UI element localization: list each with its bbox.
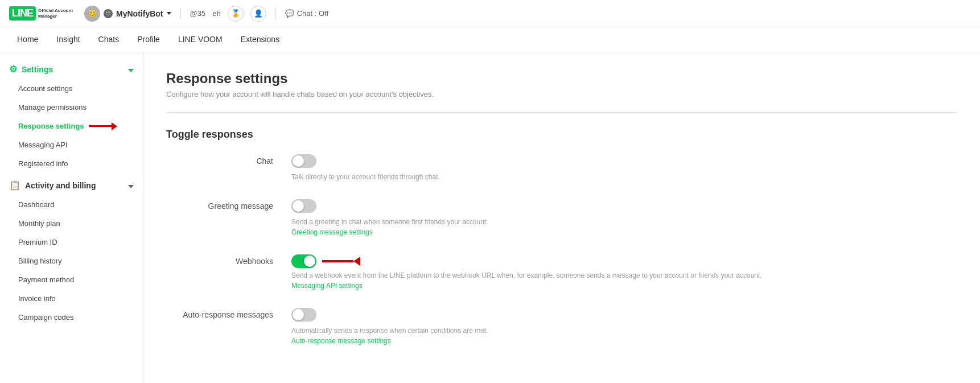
sidebar-item-billing-history[interactable]: Billing history xyxy=(0,252,143,270)
logo-line-text: LINE xyxy=(9,6,36,20)
nav-profile[interactable]: Profile xyxy=(129,29,168,51)
user-icon[interactable]: 👤 xyxy=(250,6,266,22)
settings-section-header[interactable]: ⚙ Settings xyxy=(0,59,143,79)
webhooks-red-arrow xyxy=(322,257,360,266)
gear-icon: ⚙ xyxy=(9,64,17,75)
divider-1 xyxy=(180,8,181,19)
account-selector[interactable]: 😊 🛡 MyNotifyBot xyxy=(84,6,171,22)
chat-status-label: Chat : Off xyxy=(297,9,328,18)
toggle-link-webhooks[interactable]: Messaging API settings xyxy=(291,282,957,290)
plan-icon[interactable]: 🏅 xyxy=(228,6,244,22)
toggle-label-autoresponse: Auto-response messages xyxy=(166,308,291,319)
toggle-row-autoresponse: Auto-response messages Automatically sen… xyxy=(166,308,957,345)
toggle-track-webhooks[interactable] xyxy=(291,254,316,268)
chevron-down-icon xyxy=(167,12,171,15)
nav-bar: Home Insight Chats Profile LINE VOOM Ext… xyxy=(0,27,980,52)
account-name: MyNotifyBot xyxy=(116,9,163,18)
shield-badge: 🛡 xyxy=(104,9,113,18)
toggle-label-webhooks: Webhooks xyxy=(166,254,291,266)
toggle-thumb-greeting xyxy=(293,200,304,212)
account-stat2: eh xyxy=(212,9,220,18)
sidebar-item-payment-method[interactable]: Payment method xyxy=(0,270,143,289)
billing-icon: 📋 xyxy=(9,180,20,191)
sidebar-item-invoice-info[interactable]: Invoice info xyxy=(0,289,143,308)
page-subtitle: Configure how your account will handle c… xyxy=(166,90,957,98)
toggle-content-autoresponse: Automatically sends a response when cert… xyxy=(291,308,957,345)
toggle-content-webhooks: Send a webhook event from the LINE platf… xyxy=(291,254,957,290)
logo: LINE Official Account Manager xyxy=(9,6,73,20)
sidebar-item-monthly-plan[interactable]: Monthly plan xyxy=(0,214,143,233)
nav-extensions[interactable]: Extensions xyxy=(233,29,287,51)
toggle-with-arrow-webhooks xyxy=(291,254,957,268)
nav-home[interactable]: Home xyxy=(9,29,46,51)
toggle-desc-webhooks: Send a webhook event from the LINE platf… xyxy=(291,271,957,279)
sidebar-item-dashboard[interactable]: Dashboard xyxy=(0,195,143,214)
section-title: Toggle responses xyxy=(166,129,957,141)
sidebar-item-manage-permissions[interactable]: Manage permissions xyxy=(0,98,143,117)
nav-insight[interactable]: Insight xyxy=(48,29,88,51)
settings-label: Settings xyxy=(22,65,123,74)
toggle-thumb-autoresponse xyxy=(293,309,304,320)
sidebar: ⚙ Settings Account settings Manage permi… xyxy=(0,52,143,383)
toggle-thumb-webhooks xyxy=(304,256,315,267)
toggle-link-autoresponse[interactable]: Auto-response message settings xyxy=(291,337,957,345)
toggle-track-chat[interactable] xyxy=(291,154,316,168)
settings-expand-icon xyxy=(128,65,134,74)
toggle-row-chat: Chat Talk directly to your account frien… xyxy=(166,154,957,181)
sidebar-item-premium-id[interactable]: Premium ID xyxy=(0,233,143,252)
divider-2 xyxy=(275,8,276,19)
toggle-row-greeting: Greeting message Send a greeting in chat… xyxy=(166,199,957,236)
page-title: Response settings xyxy=(166,71,957,87)
toggle-label-chat: Chat xyxy=(166,154,291,166)
main-layout: ⚙ Settings Account settings Manage permi… xyxy=(0,52,980,383)
toggle-track-greeting[interactable] xyxy=(291,199,316,213)
toggle-desc-autoresponse: Automatically sends a response when cert… xyxy=(291,327,957,335)
billing-label: Activity and billing xyxy=(25,181,123,190)
toggle-label-greeting: Greeting message xyxy=(166,199,291,211)
section-divider xyxy=(166,112,957,113)
nav-chats[interactable]: Chats xyxy=(90,29,127,51)
toggle-desc-chat: Talk directly to your account friends th… xyxy=(291,173,957,181)
toggle-link-greeting[interactable]: Greeting message settings xyxy=(291,228,957,236)
billing-section-header[interactable]: 📋 Activity and billing xyxy=(0,175,143,195)
chat-status: 💬 Chat : Off xyxy=(285,9,328,18)
toggle-switch-chat[interactable] xyxy=(291,154,316,168)
sidebar-item-response-settings[interactable]: Response settings xyxy=(0,117,143,135)
avatar: 😊 xyxy=(84,6,100,22)
sidebar-item-registered-info[interactable]: Registered info xyxy=(0,154,143,173)
toggle-row-webhooks: Webhooks Send a webhook event from the xyxy=(166,254,957,290)
toggle-switch-autoresponse[interactable] xyxy=(291,308,316,322)
chat-icon: 💬 xyxy=(285,9,294,18)
nav-linevoom[interactable]: LINE VOOM xyxy=(170,29,230,51)
toggle-switch-webhooks[interactable] xyxy=(291,254,316,268)
toggle-track-autoresponse[interactable] xyxy=(291,308,316,322)
sidebar-item-messaging-api[interactable]: Messaging API xyxy=(0,135,143,154)
logo-sub-text: Official Account Manager xyxy=(38,8,73,19)
sidebar-item-account-settings[interactable]: Account settings xyxy=(0,79,143,98)
content-area: Response settings Configure how your acc… xyxy=(143,52,980,383)
toggle-content-chat: Talk directly to your account friends th… xyxy=(291,154,957,181)
sidebar-item-campaign-codes[interactable]: Campaign codes xyxy=(0,308,143,327)
account-stat: @35 xyxy=(190,9,206,18)
toggle-switch-greeting[interactable] xyxy=(291,199,316,213)
toggle-content-greeting: Send a greeting in chat when someone fir… xyxy=(291,199,957,236)
billing-expand-icon xyxy=(128,181,134,190)
toggle-desc-greeting: Send a greeting in chat when someone fir… xyxy=(291,218,957,226)
sidebar-red-arrow xyxy=(89,122,117,130)
toggle-thumb-chat xyxy=(293,155,304,167)
top-bar: LINE Official Account Manager 😊 🛡 MyNoti… xyxy=(0,0,980,27)
